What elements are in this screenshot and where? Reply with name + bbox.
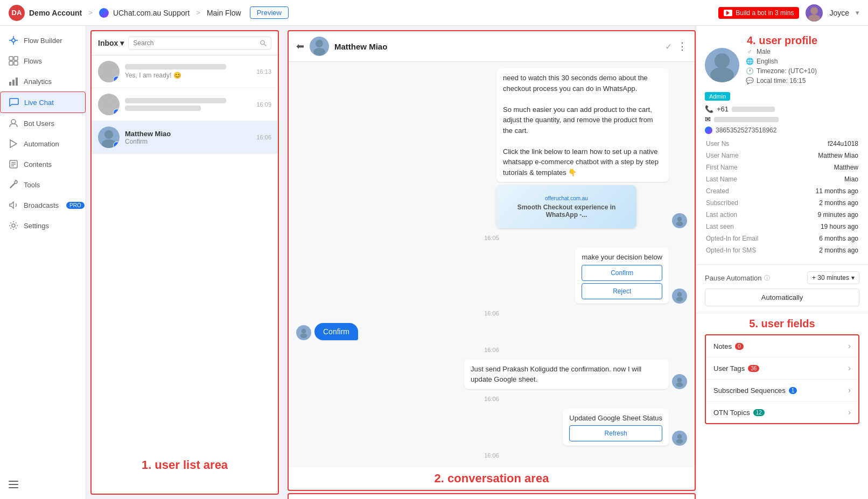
sidebar: Flow Builder Flows Analytics Live Chat B…	[0, 26, 86, 499]
profile-field-value: Matthew Miao	[766, 150, 858, 161]
reject-button[interactable]: Reject	[582, 283, 662, 299]
field-badge: 0	[735, 343, 744, 350]
field-name: OTN Topics 12	[713, 409, 765, 417]
timezone-row: 🕐 Timezone: (UTC+10)	[746, 67, 859, 75]
sidebar-item-contents[interactable]: Contents	[0, 154, 86, 174]
sidebar-item-live-chat[interactable]: Live Chat	[0, 92, 86, 113]
svg-rect-11	[9, 82, 11, 86]
pause-label: Pause Automation ⓘ	[705, 274, 770, 282]
sheet-text-block: Updated Google Sheet Status Refresh	[563, 409, 669, 446]
flows-icon	[9, 56, 18, 66]
flow-builder-icon	[9, 36, 18, 45]
pause-select-value: + 30 minutes	[812, 274, 849, 282]
sidebar-item-analytics[interactable]: Analytics	[0, 71, 86, 92]
user-info-1: Yes, I am ready! 😊	[125, 64, 251, 79]
refresh-button-group: Refresh	[569, 425, 662, 441]
sidebar-item-tools[interactable]: Tools	[0, 174, 86, 195]
profile-field-value: 19 hours ago	[766, 221, 858, 232]
automation-icon	[9, 139, 18, 149]
agent-avatar	[672, 374, 687, 389]
svg-rect-9	[9, 61, 13, 65]
hamburger-icon[interactable]	[9, 481, 77, 488]
topbar: DA Demo Account > UChat.com.au Support >…	[0, 0, 868, 26]
blurred-name-2	[125, 98, 226, 103]
search-input[interactable]	[133, 39, 257, 47]
sidebar-item-automation[interactable]: Automation	[0, 133, 86, 154]
user-time-1: 16:13	[256, 68, 271, 75]
bot-avatar	[672, 213, 687, 228]
svg-point-33	[677, 292, 682, 297]
user-field-row[interactable]: Notes 0 ›	[706, 335, 858, 357]
profile-field-value: Matthew	[766, 162, 858, 173]
automation-label: Automation	[24, 140, 59, 148]
user-avatar-matthew	[98, 126, 120, 148]
pause-automation-section: Pause Automation ⓘ + 30 minutes ▾ Automa…	[696, 265, 868, 313]
profile-table-row: Last seen19 hours ago	[706, 221, 858, 232]
bot-avatar-2	[672, 289, 687, 304]
profile-field-key: First Name	[706, 162, 765, 173]
sidebar-item-flows[interactable]: Flows	[0, 51, 86, 71]
agent-message-row: Just send Prakash Koligudd the confirmat…	[296, 360, 687, 389]
email-blurred	[714, 117, 779, 122]
svg-point-2	[12, 39, 15, 42]
profile-field-key: User Name	[706, 150, 765, 161]
more-options-icon[interactable]: ⋮	[677, 40, 687, 52]
inbox-dropdown-icon[interactable]: ▾	[120, 39, 124, 47]
analytics-label: Analytics	[24, 78, 52, 86]
messenger-small-icon: 💬	[746, 77, 753, 85]
live-chat-label: Live Chat	[24, 99, 54, 107]
msg-time-3: 16:06	[296, 347, 687, 353]
svg-rect-10	[14, 61, 18, 65]
msg-card: offeruchat.com.au Smooth Checkout experi…	[496, 185, 636, 228]
svg-rect-7	[9, 57, 13, 60]
field-arrow-icon: ›	[848, 385, 851, 395]
sidebar-item-bot-users[interactable]: Bot Users	[0, 113, 86, 133]
profile-field-value: 9 minutes ago	[766, 209, 858, 220]
msg-time-5: 16:06	[296, 452, 687, 459]
gender-icon: ♂	[746, 48, 753, 55]
sep1: >	[88, 9, 93, 17]
user-list-item[interactable]: Yes, I am ready! 😊 16:13	[92, 55, 278, 88]
conv-name: Matthew Miao	[334, 42, 660, 51]
back-icon[interactable]: ⬅	[296, 40, 304, 52]
check-icon[interactable]: ✓	[665, 41, 672, 52]
search-box[interactable]	[128, 37, 271, 50]
svg-point-27	[104, 130, 113, 139]
bot-users-label: Bot Users	[24, 120, 54, 128]
user-list-item[interactable]: 16:09	[92, 88, 278, 121]
user-fields-section: Notes 0 › User Tags 36 › Subscribed Sequ…	[705, 334, 859, 424]
account-logo: DA	[9, 5, 25, 21]
svg-point-34	[676, 297, 683, 301]
user-field-row[interactable]: OTN Topics 12 ›	[706, 402, 858, 423]
profile-field-key: Last action	[706, 209, 765, 220]
preview-button[interactable]: Preview	[250, 6, 289, 19]
build-bot-button[interactable]: Build a bot in 3 mins	[718, 7, 799, 19]
card-text-block: need to watch this 30 seconds demo about…	[496, 68, 669, 182]
flow-name: Main Flow	[207, 9, 241, 17]
sidebar-item-flow-builder[interactable]: Flow Builder	[0, 30, 86, 51]
blurred-name-1	[125, 64, 226, 69]
msg-time-2: 16:06	[296, 310, 687, 317]
profile-avatar	[705, 48, 739, 82]
svg-rect-13	[16, 78, 18, 86]
sidebar-item-settings[interactable]: Settings	[0, 215, 86, 236]
svg-point-14	[11, 120, 16, 124]
svg-marker-15	[10, 140, 17, 147]
pause-select[interactable]: + 30 minutes ▾	[807, 271, 859, 284]
sidebar-item-broadcasts[interactable]: Broadcasts PRO	[0, 195, 86, 215]
phone-blurred	[732, 107, 775, 112]
refresh-button[interactable]: Refresh	[569, 425, 662, 441]
confirm-button[interactable]: Confirm	[582, 265, 662, 281]
profile-field-key: Subscribed	[706, 198, 765, 208]
user-dropdown-icon[interactable]: ▾	[856, 9, 859, 17]
field-name: User Tags 36	[713, 364, 759, 373]
user-list-item-matthew[interactable]: Matthew Miao Confirm 16:06	[92, 121, 278, 154]
profile-table-row: First NameMatthew	[706, 162, 858, 173]
user-field-row[interactable]: User Tags 36 ›	[706, 357, 858, 379]
profile-table-row: Subscribed2 months ago	[706, 198, 858, 208]
user-field-row[interactable]: Subscribed Sequences 1 ›	[706, 379, 858, 402]
youtube-icon	[724, 10, 732, 16]
profile-header: ♂ Male 🌐 English 🕐 Timezone: (UTC+10)	[705, 48, 859, 87]
inbox-label[interactable]: Inbox ▾	[98, 39, 124, 47]
automatically-button[interactable]: Automatically	[705, 289, 859, 306]
